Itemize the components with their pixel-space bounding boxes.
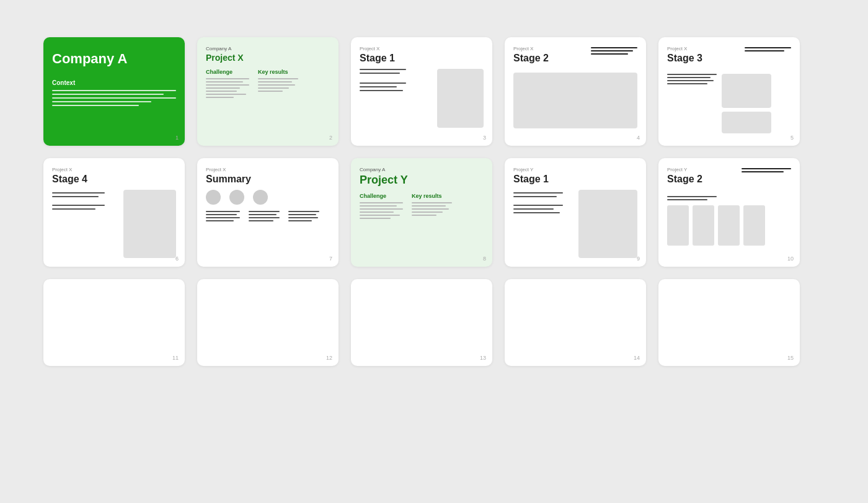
slide-7[interactable]: Project X Summary <box>197 158 339 267</box>
slide-5[interactable]: Project X Stage 3 <box>658 37 800 146</box>
slide-13-number: 13 <box>480 355 486 361</box>
slide-2-superlabel: Company A <box>206 46 330 51</box>
slide-8[interactable]: Company A Project Y Challenge Key result <box>351 158 492 267</box>
slide-3-title: Stage 1 <box>360 53 484 64</box>
line <box>258 91 283 92</box>
line <box>206 78 249 79</box>
line <box>360 205 397 207</box>
slide-8-col1: Challenge <box>360 193 403 219</box>
slide-4[interactable]: Project X Stage 2 4 <box>505 37 646 146</box>
slide-10[interactable]: Project Y Stage 2 <box>658 158 800 267</box>
slide-7-title: Summary <box>206 174 330 185</box>
summary-col-1 <box>206 211 240 221</box>
slide-6[interactable]: Project X Stage 4 6 <box>43 158 185 267</box>
stage-9-layout <box>513 190 637 258</box>
line <box>249 214 277 215</box>
slide-14[interactable]: 14 <box>505 279 646 366</box>
slide-10-superlabel: Project Y <box>667 167 702 172</box>
line <box>52 205 105 206</box>
line <box>513 196 557 197</box>
line <box>258 84 295 86</box>
slide-5-content <box>667 74 791 133</box>
summary-col-2-lines <box>249 211 280 221</box>
slide-5-img-top <box>722 74 771 108</box>
slide-13[interactable]: 13 <box>351 279 492 366</box>
slide-6-number: 6 <box>175 256 179 262</box>
slide-5-superlabel: Project X <box>667 46 702 51</box>
slide-1-context-label: Context <box>52 79 176 86</box>
line <box>52 97 176 99</box>
stage-6-layout <box>52 190 176 258</box>
line <box>360 202 403 203</box>
slide-4-number: 4 <box>637 135 640 141</box>
line <box>667 80 714 81</box>
slide-3-superlabel: Project X <box>360 46 484 51</box>
line <box>667 199 707 200</box>
line <box>258 87 289 89</box>
summary-col-2 <box>249 211 280 221</box>
slide-2[interactable]: Company A Project X Challenge <box>197 37 339 146</box>
slide-8-title: Project Y <box>360 174 484 187</box>
slide-10-top-lines <box>742 168 791 172</box>
slide-2-col1: Challenge <box>206 69 249 98</box>
slide-1[interactable]: Company A Context 1 <box>43 37 185 146</box>
circle-2 <box>229 190 244 205</box>
col1-lines <box>360 202 403 219</box>
stage-9-lines <box>513 192 572 213</box>
slide-8-col2: Key results <box>412 193 452 219</box>
line <box>288 217 318 218</box>
line <box>360 90 403 91</box>
line <box>360 82 406 84</box>
line <box>249 211 280 212</box>
slide-5-top-lines <box>745 47 791 51</box>
row-2: Project X Stage 4 6 Project X Su <box>43 158 825 267</box>
line <box>206 87 240 89</box>
img-4 <box>743 205 765 246</box>
slide-9-superlabel: Project Y <box>513 167 637 172</box>
stage-6-image <box>123 190 176 258</box>
slide-12-number: 12 <box>326 355 332 361</box>
line <box>206 220 234 221</box>
summary-col-1-lines <box>206 211 240 221</box>
line <box>288 220 312 221</box>
slide-8-superlabel: Company A <box>360 167 484 172</box>
slide-9-number: 9 <box>637 256 640 262</box>
line <box>206 211 240 212</box>
stage-3-left <box>360 69 431 128</box>
line <box>513 192 563 194</box>
slide-4-title: Stage 2 <box>513 53 549 64</box>
slide-15[interactable]: 15 <box>658 279 800 366</box>
slide-4-top-lines <box>591 47 637 55</box>
line <box>206 91 237 92</box>
stage-3-lines <box>360 69 431 91</box>
line <box>667 74 717 75</box>
line <box>667 196 717 197</box>
img-2 <box>693 205 714 246</box>
slide-10-number: 10 <box>787 256 794 262</box>
line <box>258 78 298 79</box>
line <box>412 208 449 210</box>
line <box>412 205 446 207</box>
slide-5-lines <box>667 74 717 84</box>
stage-3-image <box>437 69 484 128</box>
slide-2-col2: Key results <box>258 69 298 98</box>
slide-3-number: 3 <box>483 135 486 141</box>
line <box>513 208 554 210</box>
slide-2-title: Project X <box>206 53 330 63</box>
line <box>667 83 707 84</box>
line <box>249 217 280 218</box>
slide-7-cols <box>206 211 330 221</box>
slide-1-number: 1 <box>175 135 179 141</box>
slide-7-circles <box>206 190 330 205</box>
slide-11[interactable]: 11 <box>43 279 185 366</box>
slide-10-images <box>667 205 791 246</box>
line <box>513 212 560 213</box>
slide-2-number: 2 <box>329 135 332 141</box>
slide-7-superlabel: Project X <box>206 167 330 172</box>
slide-9[interactable]: Project Y Stage 1 9 <box>505 158 646 267</box>
slide-12[interactable]: 12 <box>197 279 339 366</box>
line <box>206 97 234 98</box>
slide-3[interactable]: Project X Stage 1 3 <box>351 37 492 146</box>
slide-8-number: 8 <box>483 256 486 262</box>
line <box>52 101 151 102</box>
